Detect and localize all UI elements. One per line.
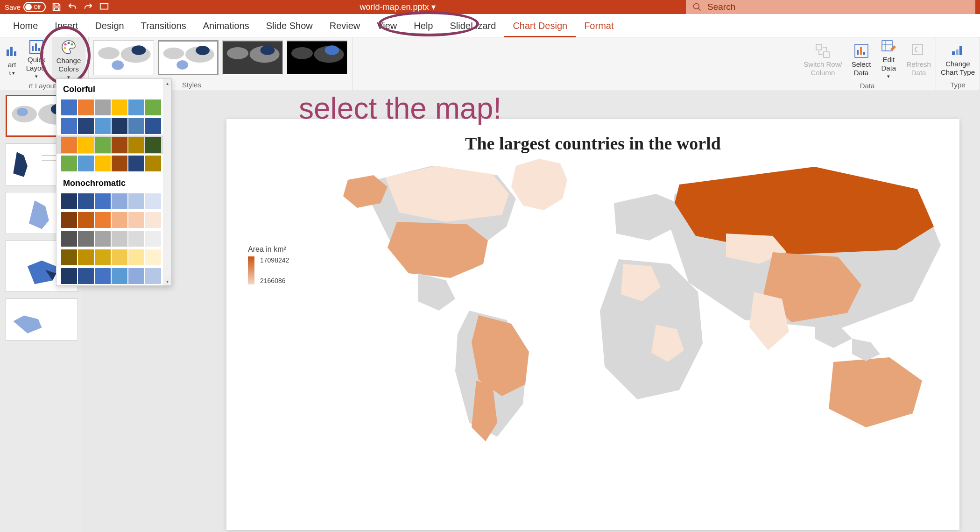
save-icon[interactable] <box>51 2 62 12</box>
color-swatch <box>112 99 127 115</box>
dropdown-scrollbar[interactable]: ▴ ▾ <box>163 79 171 285</box>
color-swatch <box>78 212 94 228</box>
color-swatch <box>128 193 144 209</box>
chart-styles-gallery[interactable] <box>89 37 352 78</box>
color-swatch <box>128 137 144 153</box>
svg-rect-4 <box>7 50 9 56</box>
autosave-toggle[interactable]: Save Off <box>5 2 46 12</box>
color-swatch <box>78 249 94 265</box>
search-box[interactable]: Search <box>686 0 975 14</box>
select-data-button[interactable]: Select Data <box>847 37 876 82</box>
svg-rect-44 <box>956 50 959 55</box>
color-scheme-mono-2[interactable] <box>56 229 171 248</box>
color-swatch <box>145 268 161 284</box>
color-swatch <box>145 99 161 115</box>
annotation-circle-chart-design <box>378 11 479 36</box>
color-scheme-colorful-3[interactable] <box>56 154 171 173</box>
svg-rect-43 <box>959 46 962 55</box>
scroll-down-icon[interactable]: ▾ <box>163 277 171 285</box>
search-icon <box>692 2 702 12</box>
svg-point-21 <box>163 48 184 59</box>
color-swatch <box>95 231 111 247</box>
svg-rect-0 <box>100 4 108 9</box>
svg-rect-9 <box>35 43 37 51</box>
color-swatch <box>95 156 111 171</box>
chart-style-3[interactable] <box>222 40 283 75</box>
svg-rect-45 <box>952 51 955 55</box>
color-scheme-mono-0[interactable] <box>56 192 171 211</box>
color-swatch <box>61 118 77 134</box>
autosave-label: Save <box>5 3 21 11</box>
data-group-label: Data <box>799 82 936 92</box>
start-slideshow-icon[interactable] <box>99 2 109 12</box>
color-scheme-mono-3[interactable] <box>56 248 171 267</box>
color-swatch <box>61 212 77 228</box>
undo-icon[interactable] <box>67 2 78 12</box>
color-swatch <box>112 231 127 247</box>
color-scheme-mono-1[interactable] <box>56 211 171 229</box>
color-swatch <box>128 231 144 247</box>
color-scheme-colorful-1[interactable] <box>56 117 171 135</box>
change-chart-type-icon <box>949 42 966 59</box>
tab-format[interactable]: Format <box>576 14 622 37</box>
svg-rect-33 <box>816 44 822 50</box>
toggle-oval[interactable]: Off <box>23 2 46 12</box>
tab-review[interactable]: Review <box>321 14 369 37</box>
edit-data-button[interactable]: Edit Data ▾ <box>875 37 902 82</box>
color-swatch <box>145 231 161 247</box>
color-swatch <box>112 249 127 265</box>
slide-canvas[interactable]: The largest countries in the world Area … <box>82 91 980 532</box>
color-scheme-colorful-0[interactable] <box>56 98 171 117</box>
color-swatch <box>95 212 111 228</box>
tab-animations[interactable]: Animations <box>195 14 258 37</box>
svg-point-23 <box>196 46 210 55</box>
tab-chart-design[interactable]: Chart Design <box>504 14 576 37</box>
document-title: world-map.en.pptx ▾ <box>109 2 686 12</box>
redo-icon[interactable] <box>83 2 93 12</box>
svg-rect-8 <box>32 46 34 51</box>
svg-point-28 <box>261 45 275 55</box>
color-scheme-mono-4[interactable] <box>56 267 171 285</box>
color-swatch <box>78 118 94 134</box>
tab-slideshow[interactable]: Slide Show <box>258 14 321 37</box>
legend-label: Area in km² <box>248 245 289 254</box>
color-swatch <box>61 156 77 171</box>
switch-row-column-icon <box>814 43 831 59</box>
color-scheme-colorful-2[interactable] <box>56 135 171 154</box>
svg-point-2 <box>694 4 699 9</box>
thumbnail-5[interactable] <box>6 298 78 340</box>
chart-style-1[interactable] <box>93 40 154 75</box>
color-swatch <box>112 193 127 209</box>
color-swatch <box>112 268 127 284</box>
chart-style-4[interactable] <box>287 40 347 75</box>
svg-rect-39 <box>882 41 892 51</box>
switch-row-column-button: Switch Row/ Column <box>799 37 847 82</box>
color-swatch <box>128 268 144 284</box>
svg-line-3 <box>698 8 701 11</box>
tab-transitions[interactable]: Transitions <box>133 14 195 37</box>
color-swatch <box>145 193 161 209</box>
color-swatch <box>145 249 161 265</box>
tab-design[interactable]: Design <box>86 14 132 37</box>
mono-section-label: Monochromatic <box>56 173 171 192</box>
change-chart-type-button[interactable]: Change Chart Type <box>936 37 980 81</box>
legend-max: 17098242 <box>260 256 289 264</box>
title-bar: Save Off world-map.en.pptx ▾ Search <box>0 0 980 14</box>
color-swatch <box>112 137 127 153</box>
add-chart-element-button[interactable]: artt ▾ <box>3 37 21 82</box>
add-chart-element-icon <box>4 43 21 60</box>
color-swatch <box>95 99 111 115</box>
color-swatch <box>78 268 94 284</box>
color-swatch <box>128 212 144 228</box>
search-placeholder: Search <box>707 2 735 12</box>
select-data-icon <box>853 43 870 59</box>
tab-home[interactable]: Home <box>5 14 46 37</box>
scroll-up-icon[interactable]: ▴ <box>163 79 171 87</box>
world-map-chart[interactable] <box>292 152 955 451</box>
colorful-section-label: Colorful <box>56 79 171 98</box>
annotation-circle-change-colors <box>40 26 91 85</box>
chart-style-2[interactable] <box>158 40 219 75</box>
color-swatch <box>128 99 144 115</box>
slide[interactable]: The largest countries in the world Area … <box>226 119 959 530</box>
color-swatch <box>112 156 127 171</box>
